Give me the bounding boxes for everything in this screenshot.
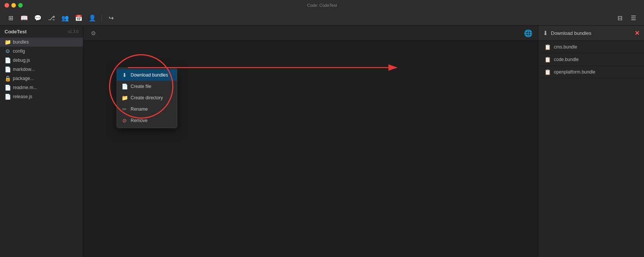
sidebar-item-package[interactable]: 🔒 package... [0, 74, 83, 83]
rename-icon: ✏ [122, 106, 128, 112]
minimize-button[interactable] [11, 3, 16, 8]
release-icon: 📄 [5, 94, 11, 100]
bundle-item-code[interactable]: 📋 code.bundle [538, 53, 644, 66]
menubar-right: ⊟ ☰ [614, 12, 639, 24]
download-panel-icon: ⬇ [543, 30, 548, 37]
context-menu-rename[interactable]: ✏ Rename [117, 103, 177, 115]
create-dir-icon: 📁 [122, 95, 128, 101]
sidebar-item-release[interactable]: 📄 release.js [0, 92, 83, 101]
context-menu: ⬇ Download bundles 📄 Create file 📁 Creat… [117, 67, 177, 128]
pkg-icon: 🔒 [5, 75, 11, 81]
bundle-item-label: code.bundle [554, 57, 579, 62]
close-button[interactable] [5, 3, 9, 8]
user-plus-icon[interactable]: 👤 [86, 12, 98, 24]
sidebar: CodeTest v1.3.0 📁 bundles ⚙ config 📄 deb… [0, 26, 83, 257]
app-title: CodeTest [5, 29, 27, 34]
split-view-icon[interactable]: ⊟ [614, 12, 626, 24]
content-area: ⚙ 🌐 ⬇ Download bundles 📄 Create file 📁 C… [83, 26, 538, 257]
context-menu-item-label: Rename [131, 107, 148, 112]
context-menu-create-directory[interactable]: 📁 Create directory [117, 92, 177, 103]
right-panel: ⬇ Download bundles ✕ 📋 cms.bundle 📋 code… [538, 26, 644, 257]
right-panel-title: Download bundles [551, 30, 632, 36]
context-menu-download-bundles[interactable]: ⬇ Download bundles [117, 69, 177, 81]
sidebar-item-label: markdow... [13, 67, 35, 72]
bundle-file-icon: 📋 [544, 44, 551, 50]
panel-icon[interactable]: ⊞ [5, 12, 17, 24]
bundle-file-icon: 📋 [544, 56, 551, 63]
remove-icon: ⊘ [122, 118, 128, 124]
js-icon: 📄 [5, 57, 11, 63]
app-version: v1.3.0 [68, 30, 78, 34]
sidebar-item-label: config [13, 49, 25, 54]
menubar: ⊞ 📖 💬 ⎇ 👥 📅 👤 ↪ ⊟ ☰ [0, 11, 644, 26]
context-menu-item-label: Download bundles [131, 72, 168, 78]
sidebar-item-bundles[interactable]: 📁 bundles [0, 38, 83, 47]
sidebar-item-markdown[interactable]: 📄 markdow... [0, 65, 83, 74]
sidebar-item-label: package... [13, 76, 34, 81]
md-icon: 📄 [5, 66, 11, 72]
chat-icon[interactable]: 💬 [32, 12, 44, 24]
sidebar-item-readme[interactable]: 📄 readme.m... [0, 83, 83, 92]
traffic-lights [5, 3, 23, 8]
bundle-item-openplatform[interactable]: 📋 openplatform.bundle [538, 66, 644, 78]
sidebar-header: CodeTest v1.3.0 [0, 26, 83, 38]
list-view-icon[interactable]: ☰ [627, 12, 639, 24]
main-layout: CodeTest v1.3.0 📁 bundles ⚙ config 📄 deb… [0, 26, 644, 257]
bundle-item-label: openplatform.bundle [554, 69, 595, 75]
titlebar: Code: CodeTest [0, 0, 644, 11]
titlebar-title: Code: CodeTest [307, 3, 337, 8]
file-icon: ⚙ [5, 48, 11, 54]
create-file-icon: 📄 [122, 83, 128, 89]
menubar-separator [101, 14, 102, 22]
context-menu-item-label: Create file [131, 84, 151, 89]
share-icon[interactable]: ↪ [105, 12, 117, 24]
bundle-file-icon: 📋 [544, 69, 551, 75]
close-panel-button[interactable]: ✕ [635, 30, 639, 37]
context-menu-create-file[interactable]: 📄 Create file [117, 81, 177, 92]
sidebar-item-config[interactable]: ⚙ config [0, 47, 83, 56]
book-icon[interactable]: 📖 [18, 12, 30, 24]
bundle-item-label: cms.bundle [554, 44, 577, 50]
sidebar-item-label: bundles [13, 39, 29, 45]
calendar-icon[interactable]: 📅 [73, 12, 85, 24]
folder-icon: 📁 [5, 39, 11, 45]
git-icon[interactable]: ⎇ [45, 12, 58, 24]
annotation-arrow [83, 26, 538, 257]
sidebar-item-label: readme.m... [13, 85, 37, 90]
sidebar-item-debug[interactable]: 📄 debug.js [0, 56, 83, 65]
readme-icon: 📄 [5, 85, 11, 91]
settings-icon[interactable]: ⚙ [88, 28, 98, 39]
context-menu-remove[interactable]: ⊘ Remove [117, 115, 177, 126]
sidebar-item-label: release.js [13, 94, 32, 99]
download-icon: ⬇ [122, 72, 128, 78]
globe-icon[interactable]: 🌐 [523, 28, 533, 39]
context-menu-item-label: Remove [131, 118, 148, 123]
maximize-button[interactable] [18, 3, 23, 8]
team-icon[interactable]: 👥 [59, 12, 71, 24]
right-panel-header: ⬇ Download bundles ✕ [538, 26, 644, 41]
content-toolbar: ⚙ 🌐 [83, 26, 538, 41]
context-menu-item-label: Create directory [131, 95, 163, 100]
sidebar-item-label: debug.js [13, 58, 30, 63]
bundle-item-cms[interactable]: 📋 cms.bundle [538, 41, 644, 53]
